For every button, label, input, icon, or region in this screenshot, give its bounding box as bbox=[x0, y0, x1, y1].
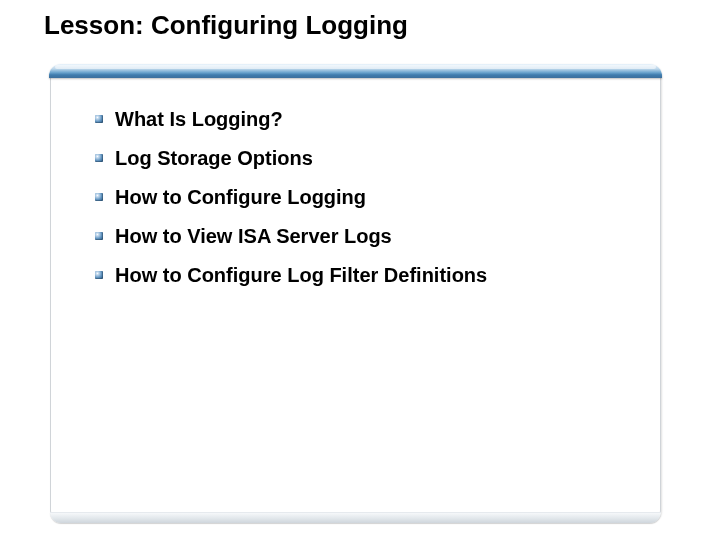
list-item-label: How to Configure Log Filter Definitions bbox=[115, 264, 487, 286]
list-item-label: Log Storage Options bbox=[115, 147, 313, 169]
list-item-label: How to View ISA Server Logs bbox=[115, 225, 392, 247]
content-panel: What Is Logging? Log Storage Options How… bbox=[50, 66, 661, 522]
page-title: Lesson: Configuring Logging bbox=[44, 10, 408, 41]
list-item: What Is Logging? bbox=[95, 108, 640, 130]
list-item-label: How to Configure Logging bbox=[115, 186, 366, 208]
list-item-label: What Is Logging? bbox=[115, 108, 283, 130]
panel-bottom-bar bbox=[50, 512, 661, 523]
slide: Lesson: Configuring Logging What Is Logg… bbox=[0, 0, 720, 540]
list-item: How to Configure Logging bbox=[95, 186, 640, 208]
bullet-icon bbox=[95, 115, 103, 123]
panel-top-bar bbox=[49, 64, 662, 78]
bullet-icon bbox=[95, 232, 103, 240]
bullet-icon bbox=[95, 154, 103, 162]
bullet-list: What Is Logging? Log Storage Options How… bbox=[95, 108, 640, 303]
list-item: How to Configure Log Filter Definitions bbox=[95, 264, 640, 286]
list-item: How to View ISA Server Logs bbox=[95, 225, 640, 247]
bullet-icon bbox=[95, 271, 103, 279]
list-item: Log Storage Options bbox=[95, 147, 640, 169]
bullet-icon bbox=[95, 193, 103, 201]
